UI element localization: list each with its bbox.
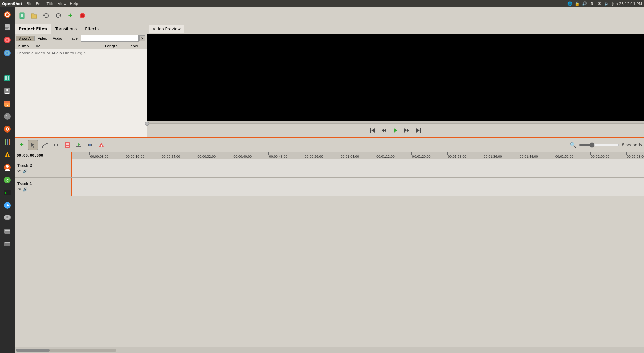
svg-rect-50 xyxy=(5,242,10,243)
ruler-mark: 00:01:12:00 xyxy=(376,152,395,159)
center-button[interactable] xyxy=(85,140,95,150)
menu-help[interactable]: Help xyxy=(70,2,78,6)
filter-audio[interactable]: Audio xyxy=(50,36,64,41)
tab-project-files[interactable]: Project Files xyxy=(15,24,51,34)
svg-rect-78 xyxy=(76,146,81,147)
forward-end-button[interactable] xyxy=(413,126,423,135)
bottom-scrollbar[interactable] xyxy=(15,347,644,353)
sync-icon: ⇅ xyxy=(589,1,595,6)
remove-button[interactable] xyxy=(96,140,106,150)
sidebar-icon-browser[interactable] xyxy=(1,34,13,46)
preview-playhead-handle[interactable] xyxy=(145,122,149,126)
ruler-marks[interactable]: 00:00:08:0000:00:16:0000:00:24:0000:00:3… xyxy=(72,152,644,159)
svg-rect-26 xyxy=(7,105,8,106)
track-1-eye-icon[interactable]: 👁 xyxy=(17,187,21,192)
top-bar: OpenShot File Edit Title View Help 🌐 🔒 🔊… xyxy=(0,0,644,7)
empty-message: Choose a Video or Audio File to Begin xyxy=(16,50,86,57)
ruler-mark: 00:00:16:00 xyxy=(125,152,144,159)
datetime: Jun 23 12:11 PM xyxy=(612,2,642,6)
sidebar-icon-disk2[interactable] xyxy=(1,225,13,237)
svg-point-12 xyxy=(6,52,8,54)
rewind-button[interactable] xyxy=(379,126,389,135)
link-tool-button[interactable] xyxy=(51,140,61,150)
ruler-mark: 00:01:28:00 xyxy=(447,152,466,159)
razor-tool-button[interactable] xyxy=(39,140,50,150)
track-2-name: Track 2 xyxy=(17,163,68,168)
sidebar-icon-chrome[interactable] xyxy=(1,47,13,59)
ruler-mark: 00:01:04:00 xyxy=(340,152,359,159)
sidebar-icon-files[interactable] xyxy=(1,21,13,33)
fast-forward-button[interactable] xyxy=(402,126,411,135)
lock-icon: 🔒 xyxy=(575,1,580,6)
svg-rect-4 xyxy=(5,26,9,26)
svg-rect-25 xyxy=(6,105,6,106)
search-input[interactable] xyxy=(81,35,139,42)
search-clear-button[interactable]: ✕ xyxy=(139,35,145,41)
filter-show-all[interactable]: Show All xyxy=(16,36,35,41)
timeline-toolbar: + xyxy=(15,138,644,152)
sidebar-icon-spreadsheet[interactable] xyxy=(1,72,13,84)
import-button[interactable] xyxy=(74,140,84,150)
tab-transitions[interactable]: Transitions xyxy=(51,24,81,34)
filter-image[interactable]: Image xyxy=(65,36,80,41)
tab-effects[interactable]: Effects xyxy=(81,24,103,34)
add-track-button[interactable]: + xyxy=(17,140,27,150)
svg-marker-67 xyxy=(416,128,420,133)
sidebar-icon-books[interactable] xyxy=(1,136,13,148)
sidebar-icon-openshot[interactable] xyxy=(1,9,13,21)
filter-video[interactable]: Video xyxy=(35,36,50,41)
empty-timeline-area xyxy=(15,196,644,347)
redo-button[interactable] xyxy=(53,10,64,21)
open-project-button[interactable] xyxy=(29,10,39,21)
track-1-controls: 👁 🔊 xyxy=(17,187,68,192)
network-icon: 🌐 xyxy=(567,1,573,6)
upper-panel: Project Files Transitions Effects Show A… xyxy=(15,24,644,138)
menu-title[interactable]: Title xyxy=(47,2,55,6)
menu-edit[interactable]: Edit xyxy=(36,2,43,6)
sidebar-icon-music[interactable] xyxy=(1,174,13,186)
play-button[interactable] xyxy=(391,126,400,135)
undo-button[interactable] xyxy=(41,10,52,21)
sidebar-icon-paint[interactable] xyxy=(1,123,13,135)
sidebar-icon-disk[interactable] xyxy=(1,212,13,224)
tab-video-preview[interactable]: Video Preview xyxy=(149,25,184,33)
project-tab-bar: Project Files Transitions Effects xyxy=(15,24,147,34)
svg-point-46 xyxy=(6,216,9,218)
preview-scrubber[interactable] xyxy=(147,121,644,123)
sidebar-icon-unknown2[interactable] xyxy=(1,149,13,161)
svg-point-27 xyxy=(4,113,11,120)
sidebar-icon-terminal[interactable]: $_ xyxy=(1,187,13,199)
timeline-toolbar-right: 🔍 8 seconds xyxy=(570,142,642,148)
sidebar-icon-unknown1[interactable]: ? xyxy=(1,110,13,122)
svg-point-86 xyxy=(101,146,102,147)
scrollbar-thumb[interactable] xyxy=(16,349,50,352)
add-clip-button[interactable]: + xyxy=(65,10,76,21)
sidebar-icon-video[interactable] xyxy=(1,199,13,211)
project-panel: Project Files Transitions Effects Show A… xyxy=(15,24,147,137)
sidebar-icon-account[interactable] xyxy=(1,161,13,173)
track-1-playhead xyxy=(72,178,72,196)
menu-view[interactable]: View xyxy=(58,2,66,6)
sidebar-icon-calendar[interactable] xyxy=(1,98,13,110)
scrollbar-track[interactable] xyxy=(16,349,116,352)
track-2-audio-icon[interactable]: 🔊 xyxy=(23,169,28,173)
pointer-tool-button[interactable] xyxy=(28,140,38,150)
top-bar-left: OpenShot File Edit Title View Help xyxy=(2,2,78,6)
svg-point-38 xyxy=(6,165,9,168)
track-1-audio-icon[interactable]: 🔊 xyxy=(23,187,28,192)
new-project-button[interactable] xyxy=(17,10,27,21)
record-button[interactable] xyxy=(77,10,88,21)
save-frame-button[interactable] xyxy=(62,140,72,150)
sidebar-icon-docs[interactable] xyxy=(1,60,13,72)
menu-file[interactable]: File xyxy=(26,2,32,6)
track-2-label: Track 2 👁 🔊 xyxy=(15,159,72,177)
zoom-slider[interactable] xyxy=(579,144,619,146)
track-1-label: Track 1 👁 🔊 xyxy=(15,178,72,196)
sidebar-icon-disk3[interactable] xyxy=(1,238,13,250)
svg-marker-65 xyxy=(407,128,409,133)
track-2-eye-icon[interactable]: 👁 xyxy=(17,169,21,173)
svg-text:$_: $_ xyxy=(5,191,8,194)
sidebar-icon-contacts[interactable] xyxy=(1,85,13,97)
track-2-controls: 👁 🔊 xyxy=(17,169,68,173)
rewind-start-button[interactable] xyxy=(368,126,377,135)
